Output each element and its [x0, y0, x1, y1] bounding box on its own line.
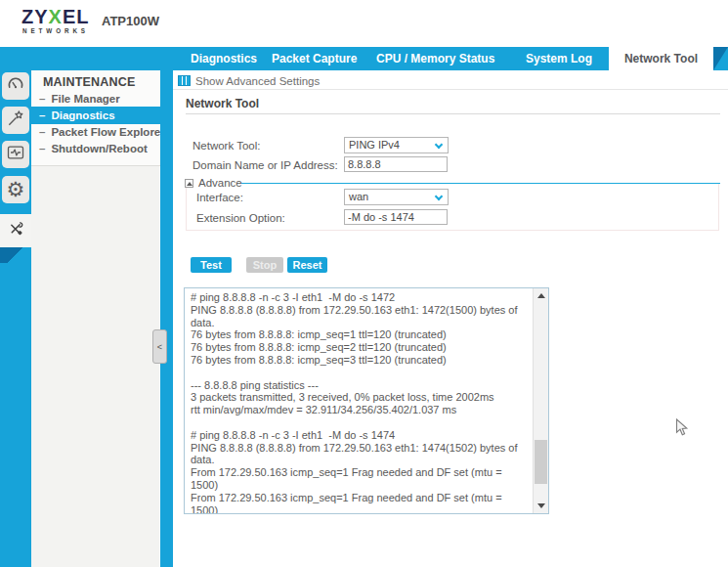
zyxel-logo-wordmark: ZYXEL	[21, 7, 89, 26]
triangle-up-icon	[187, 182, 193, 186]
domain-input[interactable]	[344, 156, 448, 172]
page-title: Network Tool	[186, 97, 259, 110]
item-bullet: –	[39, 109, 45, 121]
network-tool-label: Network Tool:	[193, 140, 260, 152]
zyxel-logo: ZYXEL NETWORKS	[21, 7, 89, 34]
rail-dashboard-button[interactable]	[2, 72, 29, 100]
waveform-monitor-icon	[6, 143, 25, 166]
rail-monitor-button[interactable]	[2, 141, 29, 168]
advance-legend: Advance	[198, 177, 242, 189]
toolbar-divider	[173, 89, 728, 90]
item-bullet: –	[39, 93, 45, 105]
test-button[interactable]: Test	[191, 257, 232, 273]
sidebar-item-packet-flow-explore[interactable]: –Packet Flow Explore	[39, 124, 160, 141]
tab-network-tool[interactable]: Network Tool	[609, 47, 713, 70]
sidebar-divider-strip	[160, 70, 173, 567]
item-bullet: –	[39, 143, 45, 154]
tab-system-log[interactable]: System Log	[526, 47, 592, 70]
interface-select[interactable]: wan	[344, 189, 449, 205]
triangle-down-icon	[537, 503, 545, 508]
sidebar-section-title: MAINTENANCE	[43, 75, 136, 89]
title-divider	[186, 113, 720, 114]
sidebar-collapse-handle[interactable]: <	[152, 329, 167, 364]
scroll-up-arrow[interactable]	[534, 288, 549, 303]
active-tab-fold	[713, 47, 728, 70]
scrollbar-thumb[interactable]	[535, 440, 547, 484]
device-model: ATP100W	[102, 14, 159, 28]
advance-fieldset-line	[241, 183, 720, 184]
rail-settings-button[interactable]: ⚙	[2, 176, 29, 203]
dashboard-gauge-icon	[6, 74, 25, 98]
ping-output-text: # ping 8.8.8.8 -n -c 3 -I eth1 -M do -s …	[185, 288, 533, 513]
extension-option-label: Extension Option:	[196, 212, 285, 224]
chevron-down-icon	[435, 141, 443, 149]
chevron-down-icon	[435, 193, 443, 200]
item-bullet: –	[39, 126, 45, 138]
app-header: ZYXEL NETWORKS ATP100W	[0, 0, 728, 47]
tab-packet-capture[interactable]: Packet Capture	[272, 47, 357, 70]
interface-label: Interface:	[196, 192, 243, 203]
rail-active-fold	[0, 247, 31, 263]
zyxel-web-ui: ZYXEL NETWORKS ATP100W Diagnostics Packe…	[0, 0, 728, 567]
zyxel-logo-networks: NETWORKS	[22, 27, 89, 34]
gear-icon: ⚙	[7, 180, 25, 200]
sidebar-item-shutdown-reboot[interactable]: –Shutdown/Reboot	[39, 141, 148, 157]
columns-icon	[178, 75, 191, 86]
rail-wizard-button[interactable]	[2, 107, 29, 134]
triangle-up-icon	[537, 293, 545, 298]
show-advanced-settings-link[interactable]: Show Advanced Settings	[195, 75, 320, 87]
ping-output-box[interactable]: # ping 8.8.8.8 -n -c 3 -I eth1 -M do -s …	[184, 287, 549, 514]
network-tool-select[interactable]: PING IPv4	[344, 137, 449, 153]
scroll-down-arrow[interactable]	[534, 499, 549, 513]
stop-button[interactable]: Stop	[246, 257, 283, 273]
sidebar-item-file-manager[interactable]: –File Manager	[39, 91, 120, 108]
wrench-tools-icon	[6, 219, 25, 242]
tab-cpu-memory-status[interactable]: CPU / Memory Status	[376, 47, 494, 70]
magic-wand-icon	[6, 109, 25, 132]
rail-maintenance-button-active[interactable]	[0, 214, 31, 247]
output-scrollbar[interactable]	[533, 288, 548, 513]
extension-option-input[interactable]	[344, 209, 448, 225]
collapse-section-icon[interactable]	[185, 179, 193, 188]
logo-green-x: X	[49, 6, 63, 27]
tab-diagnostics[interactable]: Diagnostics	[191, 47, 257, 70]
sidebar-item-diagnostics[interactable]: –Diagnostics	[31, 107, 160, 124]
reset-button[interactable]: Reset	[287, 257, 327, 273]
domain-label: Domain Name or IP Address:	[193, 159, 338, 171]
